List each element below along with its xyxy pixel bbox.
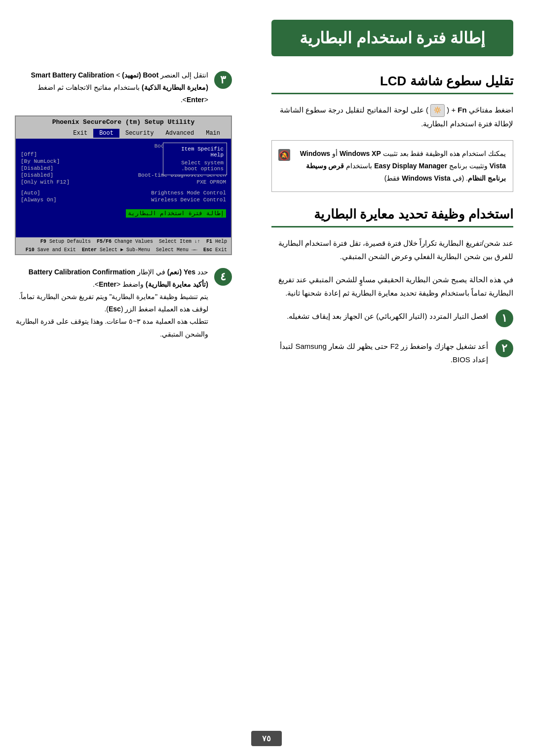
step1-text: افصل التيار المتردد (التيار الكهربائي) ع… — [287, 312, 488, 320]
bios-item-pxe: PXE OPROM [Only with F12] — [21, 179, 226, 186]
battery-body2: في هذه الحالة يصبح شحن البطارية الحقيقي … — [271, 273, 513, 300]
step2-number: ٢ — [495, 340, 513, 357]
page-number: ٧٥ — [251, 731, 282, 746]
step1-item: ١ افصل التيار المتردد (التيار الكهربائي)… — [271, 309, 513, 327]
bios-footer-right: Esc Exit ←→ Select Menu Enter Select ► S… — [26, 247, 227, 253]
step4-text: حدد Yes (نعم) في الإطار Battery Calibrat… — [15, 266, 208, 340]
bios-title-bar: Phoenix SecureCore (tm) Setup Utility — [16, 116, 231, 128]
main-title: إطالة فترة استخدام البطارية — [300, 29, 486, 47]
step2-text: أعد تشغيل جهازك واضغط زر F2 حتى يظهر لك … — [280, 342, 488, 364]
bios-item-brightness: Brightness Mode Control [Auto] — [21, 189, 226, 196]
bios-menu-bar: Main Advanced Security Boot Exit — [16, 128, 231, 139]
bios-body: Item Specific Help Select system boot op… — [16, 139, 231, 237]
bios-menu-advanced[interactable]: Advanced — [160, 129, 200, 138]
step3-item: ٣ انتقل إلى العنصر Boot (تمهيد) > Smart … — [15, 69, 232, 107]
main-title-banner: إطالة فترة استخدام البطارية — [271, 20, 513, 56]
brightness-key: 🔆 — [430, 104, 445, 117]
lcd-title: تقليل سطوع شاشة LCD — [271, 74, 513, 89]
bios-menu-main[interactable]: Main — [200, 129, 226, 138]
bios-help-title: Item Specific Help — [166, 146, 224, 158]
lcd-body: اضغط مفتاحَي Fn + ( 🔆 ) على لوحة المفاتي… — [271, 103, 513, 130]
step3-text: انتقل إلى العنصر Boot (تمهيد) > Smart Ba… — [15, 69, 208, 107]
bios-menu-boot[interactable]: Boot — [93, 129, 119, 138]
bios-spacer — [21, 186, 226, 189]
step2-content: أعد تشغيل جهازك واضغط زر F2 حتى يظهر لك … — [271, 340, 488, 366]
battery-body2-text: في هذه الحالة يصبح شحن البطارية الحقيقي … — [278, 275, 513, 297]
bios-footer-left: F1 Help ↑↓ Select Item F5/F6 Change Valu… — [40, 239, 227, 244]
bios-screenshot: Phoenix SecureCore (tm) Setup Utility Ma… — [15, 115, 232, 255]
bios-title: Phoenix SecureCore (tm) Setup Utility — [52, 118, 195, 126]
step3-container: ٣ انتقل إلى العنصر Boot (تمهيد) > Smart … — [15, 69, 232, 107]
bios-highlighted-item: إطالة فترة استخدام البطارية — [21, 206, 226, 218]
bios-help-box: Item Specific Help Select system boot op… — [163, 143, 227, 175]
bios-menu-exit[interactable]: Exit — [67, 129, 93, 138]
smart-battery-label: إطالة فترة استخدام البطارية — [126, 209, 226, 218]
battery-section-header: استخدام وظيفة تحديد معايرة البطارية — [271, 207, 513, 227]
step3-number: ٣ — [214, 71, 232, 89]
step4-container: ٤ حدد Yes (نعم) في الإطار Battery Calibr… — [15, 266, 232, 340]
lcd-body-text: اضغط مفتاحَي Fn + ( 🔆 ) على لوحة المفاتي… — [280, 106, 513, 128]
bios-item-wireless: Wireless Device Control [Always On] — [21, 196, 226, 203]
svg-text:🔕: 🔕 — [279, 150, 290, 161]
step4-number: ٤ — [214, 268, 232, 286]
step1-number: ١ — [495, 309, 513, 327]
left-column: ٣ انتقل إلى العنصر Boot (تمهيد) > Smart … — [0, 59, 247, 350]
bios-footer2: Esc Exit ←→ Select Menu Enter Select ► S… — [16, 246, 231, 254]
bios-menu-security[interactable]: Security — [119, 129, 160, 138]
right-column: إطالة فترة استخدام البطارية تقليل سطوع ش… — [257, 0, 533, 398]
lcd-section-header: تقليل سطوع شاشة LCD — [271, 74, 513, 94]
step2-item: ٢ أعد تشغيل جهازك واضغط زر F2 حتى يظهر ل… — [271, 340, 513, 366]
note-box: 🔕 يمكنك استخدام هذه الوظيفة فقط بعد تثبي… — [271, 140, 513, 192]
step4-item: ٤ حدد Yes (نعم) في الإطار Battery Calibr… — [15, 266, 232, 340]
page-number-text: ٧٥ — [262, 734, 271, 743]
battery-title: استخدام وظيفة تحديد معايرة البطارية — [271, 207, 513, 222]
bios-help-text: Select system boot options. — [166, 160, 224, 172]
battery-body1: عند شحن/تفريغ البطارية تكراراً خلال فترة… — [271, 236, 513, 263]
bios-footer: F1 Help ↑↓ Select Item F5/F6 Change Valu… — [16, 237, 231, 246]
note-icon: 🔕 — [277, 148, 292, 162]
step1-content: افصل التيار المتردد (التيار الكهربائي) ع… — [271, 309, 488, 323]
battery-body1-text: عند شحن/تفريغ البطارية تكراراً خلال فترة… — [278, 239, 513, 261]
note-text: يمكنك استخدام هذه الوظيفة فقط بعد تثبيت … — [300, 150, 506, 182]
